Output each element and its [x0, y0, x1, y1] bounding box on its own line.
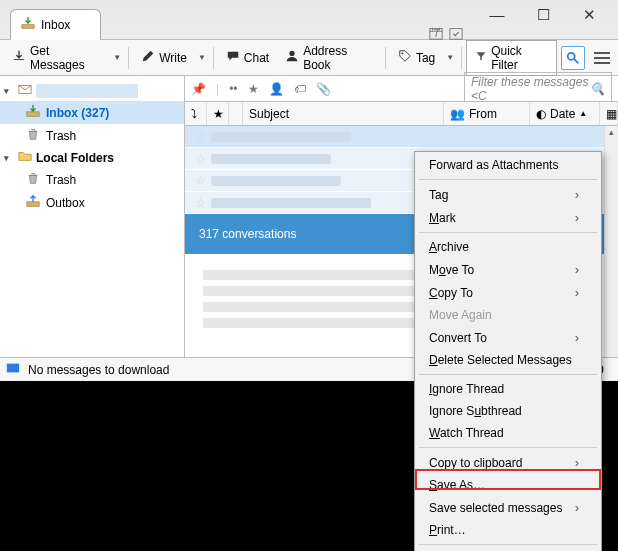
scrollbar-vertical[interactable]: ▴ — [604, 126, 618, 357]
person-icon — [285, 49, 299, 66]
menu-mark[interactable]: Mark — [417, 206, 599, 229]
tag-filter-icon[interactable]: 🏷 — [294, 82, 306, 96]
star-filter-icon[interactable]: ★ — [248, 82, 259, 96]
get-messages-button[interactable]: Get Messages — [5, 40, 109, 76]
close-button[interactable]: ✕ — [578, 6, 600, 24]
activity-icon — [6, 361, 20, 378]
write-button[interactable]: Write — [134, 45, 194, 70]
menu-print[interactable]: Print… — [417, 519, 599, 541]
download-icon — [12, 49, 26, 66]
funnel-icon — [475, 50, 487, 65]
menu-forward-attachments[interactable]: Forward as Attachments — [417, 154, 599, 176]
inbox-download-icon — [21, 16, 35, 33]
menu-copy-clipboard[interactable]: Copy to clipboard — [417, 451, 599, 474]
menu-save-selected[interactable]: Save selected messages — [417, 496, 599, 519]
menu-move-to[interactable]: Move To — [417, 258, 599, 281]
column-headers: ⤵ ★ Subject 👥From ◐Date▲ ▦ — [185, 102, 618, 126]
folder-icon — [18, 149, 32, 166]
calendar-icon[interactable]: 7 — [429, 26, 443, 43]
hamburger-menu-button[interactable] — [589, 46, 614, 70]
get-messages-dropdown[interactable]: ▼ — [110, 53, 124, 62]
star-column[interactable]: ★ — [207, 102, 229, 125]
tag-dropdown[interactable]: ▼ — [443, 53, 457, 62]
menu-watch-thread[interactable]: Watch Thread — [417, 422, 599, 444]
menu-archive[interactable]: Archive — [417, 236, 599, 258]
menu-copy-to[interactable]: Copy To — [417, 281, 599, 304]
chat-icon — [226, 49, 240, 66]
menu-ignore-thread[interactable]: Ignore Thread — [417, 378, 599, 400]
thread-column[interactable]: ⤵ — [185, 102, 207, 125]
folder-tree: ▾ ████████████ Inbox (327) Trash ▾ Local… — [0, 76, 185, 357]
menu-convert-to[interactable]: Convert To — [417, 326, 599, 349]
window-controls: — ☐ ✕ — [468, 0, 618, 30]
address-book-button[interactable]: Address Book — [278, 40, 380, 76]
svg-point-6 — [568, 52, 575, 59]
subject-column[interactable]: Subject — [243, 102, 444, 125]
inbox-icon — [26, 104, 40, 121]
svg-point-5 — [401, 53, 403, 55]
pin-icon[interactable]: 📌 — [191, 82, 206, 96]
trash-icon — [26, 171, 40, 188]
status-text: No messages to download — [28, 363, 169, 377]
quick-filter-button[interactable]: Quick Filter — [466, 40, 557, 76]
filter-bar: 📌 | •• ★ 👤 🏷 📎 Filter these messages <C … — [185, 76, 618, 102]
pencil-icon — [141, 49, 155, 66]
search-button[interactable] — [561, 46, 586, 70]
column-picker[interactable]: ▦ — [600, 102, 618, 125]
outbox-icon — [26, 194, 40, 211]
from-column[interactable]: 👥From — [444, 102, 530, 125]
attach-column[interactable] — [229, 102, 243, 125]
tab-inbox[interactable]: Inbox — [10, 9, 101, 40]
svg-rect-9 — [27, 202, 39, 206]
svg-point-4 — [290, 51, 295, 56]
date-column[interactable]: ◐Date▲ — [530, 102, 600, 125]
svg-text:7: 7 — [433, 27, 439, 39]
menu-delete-selected[interactable]: Delete Selected Messages — [417, 349, 599, 371]
mail-account-icon — [18, 82, 32, 99]
tab-title: Inbox — [41, 18, 70, 32]
tasks-icon[interactable] — [449, 26, 463, 43]
filter-input[interactable]: Filter these messages <C 🔍 — [464, 72, 612, 106]
trash-icon — [26, 127, 40, 144]
minimize-button[interactable]: — — [486, 6, 508, 24]
menu-save-as[interactable]: Save As… — [417, 474, 599, 496]
maximize-button[interactable]: ☐ — [532, 6, 554, 24]
title-bar: Inbox 7 — ☐ ✕ — [0, 0, 618, 40]
menu-move-again: Move Again — [417, 304, 599, 326]
write-dropdown[interactable]: ▼ — [195, 53, 209, 62]
folder-trash-local[interactable]: Trash — [0, 168, 184, 191]
chat-button[interactable]: Chat — [219, 45, 276, 70]
unread-filter-icon[interactable]: •• — [229, 82, 237, 96]
context-menu: Forward as Attachments Tag Mark Archive … — [414, 151, 602, 551]
contact-filter-icon[interactable]: 👤 — [269, 82, 284, 96]
attachment-filter-icon[interactable]: 📎 — [316, 82, 331, 96]
menu-ignore-subthread[interactable]: Ignore Subthread — [417, 400, 599, 422]
message-row[interactable]: ☆ — [185, 126, 618, 148]
local-folders-row[interactable]: ▾ Local Folders — [0, 147, 184, 168]
account-row[interactable]: ▾ ████████████ — [0, 80, 184, 101]
svg-rect-0 — [22, 25, 34, 29]
quick-access-bar: 7 — [429, 26, 463, 43]
folder-outbox[interactable]: Outbox — [0, 191, 184, 214]
svg-rect-10 — [7, 364, 19, 373]
folder-trash[interactable]: Trash — [0, 124, 184, 147]
search-icon: 🔍 — [590, 82, 605, 96]
menu-tag[interactable]: Tag — [417, 183, 599, 206]
svg-rect-8 — [27, 112, 39, 116]
folder-inbox[interactable]: Inbox (327) — [0, 101, 184, 124]
tag-icon — [398, 49, 412, 66]
tag-button[interactable]: Tag — [391, 45, 442, 70]
